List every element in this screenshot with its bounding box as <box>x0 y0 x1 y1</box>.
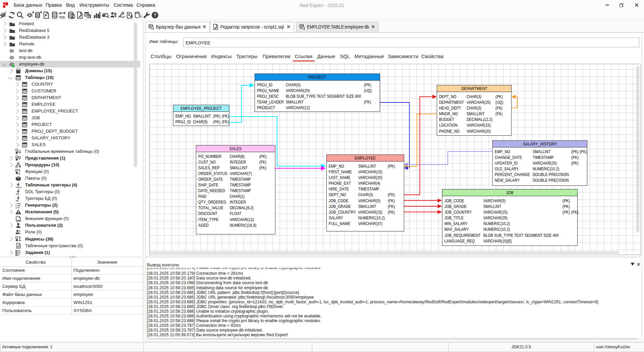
svg-text:G: G <box>139 14 142 18</box>
svg-text:UDF: UDF <box>16 220 21 222</box>
svg-text:TABLE: TABLE <box>16 186 21 188</box>
svg-text:y: y <box>18 172 20 175</box>
svg-text:?: ? <box>154 12 157 18</box>
svg-text:DDL: DDL <box>16 193 20 195</box>
svg-text:SQL: SQL <box>59 15 66 19</box>
svg-text:3: 3 <box>15 207 17 209</box>
svg-text:G: G <box>18 150 21 154</box>
svg-text:DB: DB <box>16 200 18 202</box>
